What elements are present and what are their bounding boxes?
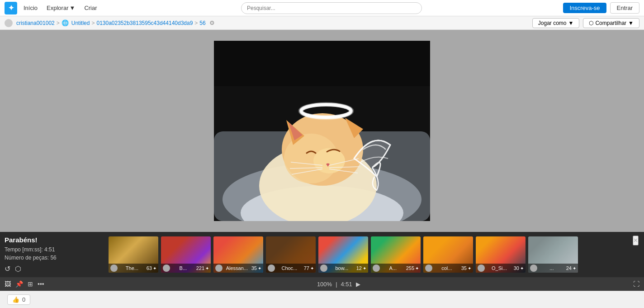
thumb-name: B... [180, 265, 187, 271]
svg-point-21 [333, 117, 335, 119]
puzzle-piece-icon: ✦ [363, 266, 366, 271]
nav-inicio[interactable]: Início [21, 4, 40, 12]
svg-point-22 [308, 114, 310, 115]
thumb-name: A... [389, 265, 397, 271]
chevron-down-icon: ▼ [568, 20, 574, 26]
share-icon: ⬡ [589, 20, 593, 26]
thumb-user-avatar [425, 265, 432, 272]
breadcrumb-title[interactable]: Untitled [71, 20, 90, 26]
thumb-user-avatar [530, 265, 537, 272]
play-icon[interactable]: ▶ [356, 281, 360, 288]
thumb-user-avatar [215, 265, 223, 272]
breadcrumb-hash[interactable]: 0130a02352b3813595c43d44140d3da9 [96, 20, 193, 26]
search-container [241, 2, 422, 14]
breadcrumb-sep2: > [91, 20, 95, 26]
puzzle-piece-icon: ✦ [310, 266, 314, 271]
top-navigation: ✦ Início Explorar ▼ Criar Inscreva-se En… [0, 0, 644, 16]
thumb-count: 30 [514, 265, 519, 271]
thumb-user-avatar [320, 265, 327, 272]
puzzle-piece-icon: ✦ [573, 266, 576, 271]
thumb-count: 255 [406, 265, 414, 271]
breadcrumb-actions: Jogar como ▼ ⬡ Compartilhar ▼ [532, 18, 639, 28]
panel-pieces-info: Número de peças: 56 [5, 254, 57, 262]
breadcrumb-user[interactable]: cristiana001002 [16, 20, 55, 26]
thumb-count: 35 [461, 265, 467, 271]
thumb-user-avatar [373, 265, 380, 272]
jogar-como-button[interactable]: Jogar como ▼ [532, 18, 580, 28]
compartilhar-button[interactable]: ⬡ Compartilhar ▼ [583, 18, 639, 28]
thumb-name: Choc... [281, 265, 297, 271]
thumbnail-item[interactable]: O_Si...30✦ [476, 236, 526, 273]
fullscreen-icon[interactable]: ⛶ [633, 280, 639, 288]
thumbnail-item[interactable]: A...255✦ [371, 236, 421, 273]
close-panel-button[interactable]: × [633, 236, 639, 245]
breadcrumb-sep3: > [194, 20, 198, 26]
bottom-panel: Parabéns! Tempo [mm:ss]: 4:51 Número de … [0, 232, 644, 277]
thumb-count: 35 [251, 265, 257, 271]
thumbnail-item[interactable]: bow...12✦ [318, 236, 368, 273]
puzzle-image [214, 41, 430, 221]
inscreva-se-button[interactable]: Inscreva-se [563, 3, 606, 13]
nav-explorar[interactable]: Explorar ▼ [44, 4, 78, 12]
thumb-count: 77 [304, 265, 309, 271]
panel-info-section: Parabéns! Tempo [mm:ss]: 4:51 Número de … [5, 236, 109, 273]
more-icon[interactable]: ••• [38, 280, 44, 288]
like-bar: 👍 0 [0, 291, 644, 308]
pin-icon[interactable]: 📌 [15, 280, 23, 288]
toolbar-time: 4:51 [341, 281, 352, 288]
thumbnail-item[interactable]: Alessan...35✦ [213, 236, 263, 273]
globe-icon: 🌐 [62, 19, 69, 26]
thumb-user-avatar [110, 265, 118, 272]
chevron-down-icon-2: ▼ [628, 20, 634, 26]
puzzle-piece-icon: ✦ [415, 266, 419, 271]
thumbnail-item[interactable]: The...63✦ [109, 236, 158, 273]
thumbnail-item[interactable]: col...35✦ [423, 236, 473, 273]
thumb-name: ... [549, 265, 554, 271]
thumb-count: 24 [566, 265, 572, 271]
puzzle-piece-icon: ✦ [205, 266, 209, 271]
svg-rect-23 [214, 41, 430, 86]
like-button[interactable]: 👍 0 [7, 294, 30, 305]
thumbnail-item[interactable]: ...24✦ [528, 236, 578, 273]
puzzle-piece-icon: ✦ [468, 266, 471, 271]
like-count: 0 [22, 296, 25, 303]
thumb-user-avatar [478, 265, 485, 272]
thumb-name: The... [126, 265, 138, 271]
breadcrumb-sep1: > [57, 20, 60, 26]
toolbar-info: 100% | 4:51 ▶ [49, 281, 629, 288]
toolbar-separator: | [336, 281, 337, 288]
search-input[interactable] [241, 2, 422, 14]
gear-icon[interactable]: ⚙ [209, 19, 215, 26]
bottom-toolbar: 🖼 📌 ⊞ ••• 100% | 4:51 ▶ ⛶ [0, 277, 644, 291]
thumbnail-item[interactable]: Choc...77✦ [266, 236, 316, 273]
puzzle-piece-icon: ✦ [153, 266, 156, 271]
puzzle-canvas[interactable] [214, 41, 430, 221]
panel-time-info: Tempo [mm:ss]: 4:51 [5, 245, 55, 254]
puzzle-piece-icon: ✦ [258, 266, 261, 271]
thumbnails-row: The...63✦B...221✦Alessan...35✦Choc...77✦… [109, 236, 639, 273]
grid-icon[interactable]: ⊞ [28, 280, 33, 288]
breadcrumb-bar: cristiana001002 > 🌐 Untitled > 0130a0235… [0, 16, 644, 30]
thumb-count: 221 [196, 265, 204, 271]
thumb-user-avatar [163, 265, 170, 272]
entrar-button[interactable]: Entrar [610, 2, 639, 14]
thumb-name: bow... [336, 265, 349, 271]
main-puzzle-area [0, 30, 644, 232]
svg-point-20 [317, 116, 319, 118]
panel-action-icons: ↺ ⬡ [5, 265, 21, 273]
zoom-level: 100% [317, 281, 332, 288]
breadcrumb-pieces[interactable]: 56 [199, 20, 205, 26]
nav-criar[interactable]: Criar [81, 4, 99, 12]
congratulations-text: Parabéns! [5, 236, 38, 244]
thumbnail-item[interactable]: B...221✦ [161, 236, 211, 273]
share-panel-button[interactable]: ⬡ [15, 265, 21, 273]
image-icon[interactable]: 🖼 [5, 280, 11, 288]
thumb-name: Alessan... [226, 265, 248, 271]
thumb-name: O_Si... [492, 265, 507, 271]
thumb-name: col... [441, 265, 452, 271]
thumb-count: 12 [356, 265, 362, 271]
replay-button[interactable]: ↺ [5, 265, 10, 273]
thumb-user-avatar [268, 265, 275, 272]
site-logo: ✦ [5, 2, 17, 14]
thumbs-up-icon: 👍 [12, 296, 19, 303]
